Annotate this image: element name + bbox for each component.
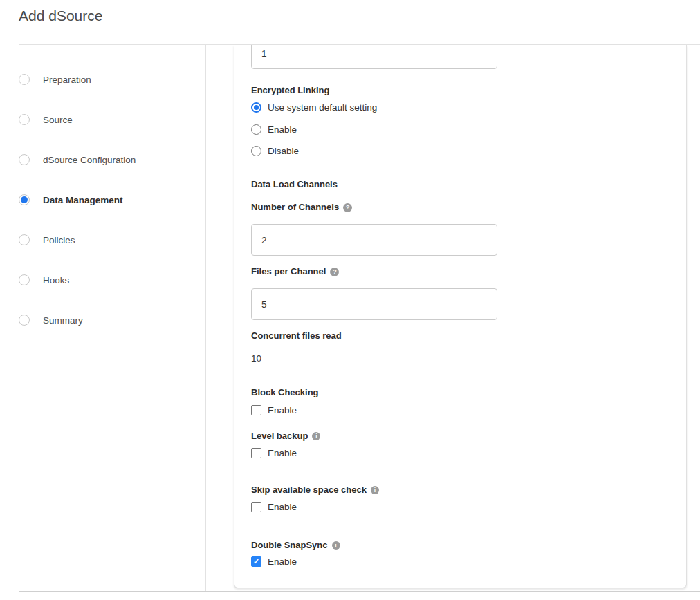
sidebar-item-label: Data Management <box>43 195 123 205</box>
step-circle-icon <box>19 234 30 245</box>
check-icon: ✓ <box>253 556 259 567</box>
footer-divider <box>19 591 700 592</box>
sidebar-item-source[interactable]: Source <box>19 100 200 140</box>
checkbox-label[interactable]: Enable <box>268 448 297 458</box>
radio-use-system-default[interactable]: Use system default setting <box>251 102 670 113</box>
step-circle-icon <box>19 274 30 285</box>
checkbox-checked-icon[interactable]: ✓ <box>251 556 261 567</box>
concurrent-files-read-value: 10 <box>251 353 670 364</box>
checkbox-label[interactable]: Enable <box>268 502 297 512</box>
skip-space-check-label: Skip available space check i <box>251 485 670 496</box>
data-management-form: Encrypted Linking Use system default set… <box>234 45 686 567</box>
double-snapsync-label: Double SnapSync i <box>251 540 670 551</box>
level-backup-enable-row[interactable]: ✓ Enable <box>251 447 670 458</box>
radio-label[interactable]: Use system default setting <box>268 102 377 113</box>
sidebar-item-label: Summary <box>43 315 83 326</box>
top-number-field[interactable] <box>251 45 497 69</box>
sidebar-item-hooks[interactable]: Hooks <box>19 260 200 300</box>
number-of-channels-input[interactable] <box>251 224 497 256</box>
sidebar-item-dsource-configuration[interactable]: dSource Configuration <box>19 140 200 180</box>
skip-space-check-enable-row[interactable]: ✓ Enable <box>251 501 670 512</box>
sidebar-item-label: dSource Configuration <box>43 155 136 165</box>
sidebar-item-policies[interactable]: Policies <box>19 220 200 260</box>
block-checking-enable-row[interactable]: ✓ Enable <box>251 404 670 415</box>
level-backup-label: Level backup i <box>251 431 670 442</box>
radio-button-icon[interactable] <box>251 124 261 135</box>
files-per-channel-input[interactable] <box>251 288 497 320</box>
step-circle-icon <box>19 315 30 326</box>
step-circle-icon <box>19 74 30 85</box>
sidebar-item-preparation[interactable]: Preparation <box>19 59 200 100</box>
block-checking-label: Block Checking <box>251 387 670 398</box>
step-circle-icon <box>19 154 30 165</box>
data-load-channels-heading: Data Load Channels <box>251 179 670 190</box>
concurrent-files-read-label: Concurrent files read <box>251 330 670 341</box>
radio-button-icon[interactable] <box>251 146 261 156</box>
page-title: Add dSource <box>19 8 102 24</box>
sidebar-item-label: Preparation <box>43 75 91 85</box>
radio-enable[interactable]: Enable <box>251 124 670 135</box>
info-icon[interactable]: i <box>332 541 340 550</box>
files-per-channel-label: Files per Channel ? <box>251 266 670 277</box>
radio-label[interactable]: Disable <box>268 146 299 156</box>
radio-disable[interactable]: Disable <box>251 145 670 156</box>
checkbox-label[interactable]: Enable <box>268 405 297 415</box>
sidebar-item-summary[interactable]: Summary <box>19 300 200 340</box>
radio-label[interactable]: Enable <box>268 124 297 135</box>
sidebar-divider <box>205 45 206 591</box>
add-dsource-wizard: Add dSource Preparation Source dSource C… <box>0 0 700 600</box>
checkbox-icon[interactable]: ✓ <box>251 502 261 512</box>
sidebar-item-label: Hooks <box>43 275 69 285</box>
encrypted-linking-label: Encrypted Linking <box>251 85 670 96</box>
help-icon[interactable]: ? <box>343 203 352 212</box>
step-circle-active-icon <box>19 194 30 205</box>
info-icon[interactable]: i <box>312 432 320 440</box>
wizard-stepper: Preparation Source dSource Configuration… <box>19 59 200 340</box>
checkbox-icon[interactable]: ✓ <box>251 448 261 458</box>
double-snapsync-enable-row[interactable]: ✓ Enable <box>251 556 670 567</box>
data-management-form-panel: Encrypted Linking Use system default set… <box>234 45 687 588</box>
sidebar-item-data-management[interactable]: Data Management <box>19 180 200 220</box>
info-icon[interactable]: i <box>371 486 379 494</box>
help-icon[interactable]: ? <box>330 268 339 276</box>
checkbox-label[interactable]: Enable <box>268 556 297 567</box>
number-of-channels-label: Number of Channels ? <box>251 202 670 213</box>
radio-button-icon[interactable] <box>251 102 261 113</box>
checkbox-icon[interactable]: ✓ <box>251 405 261 415</box>
sidebar-item-label: Policies <box>43 235 75 245</box>
step-circle-icon <box>19 114 30 125</box>
sidebar-item-label: Source <box>43 115 73 125</box>
